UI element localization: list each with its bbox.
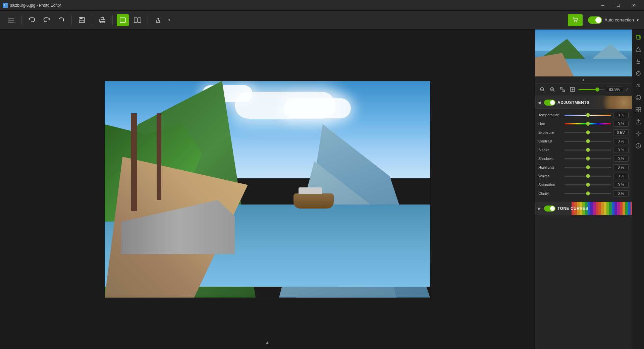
redo-button[interactable] [55, 14, 67, 26]
contrast-label: Contrast [538, 139, 562, 143]
svg-rect-7 [101, 17, 104, 19]
blacks-value[interactable]: 0 % [613, 147, 629, 153]
adjustments-toggle[interactable] [544, 100, 555, 106]
share-button[interactable] [152, 14, 164, 26]
saturation-thumb [586, 183, 590, 187]
svg-point-40 [639, 97, 639, 98]
cloud-2 [284, 98, 351, 118]
right-info-btn[interactable] [633, 141, 643, 151]
shadows-thumb [586, 157, 590, 161]
svg-point-33 [638, 61, 640, 62]
svg-rect-4 [80, 17, 83, 19]
clarity-slider[interactable] [565, 193, 611, 194]
adjustments-title: ADJUSTMENTS [557, 100, 590, 105]
svg-marker-29 [636, 47, 641, 51]
auto-correction-toggle[interactable] [588, 16, 602, 24]
view-split-button[interactable] [131, 14, 144, 26]
exposure-thumb [586, 130, 590, 134]
title-bar-left: P salzburg-6.jpg - Photo Editor [3, 3, 61, 8]
svg-rect-10 [134, 18, 137, 22]
right-clone-btn[interactable] [633, 68, 643, 78]
canvas-bottom: ▲ [265, 340, 270, 345]
right-crop-btn[interactable] [633, 32, 643, 42]
whites-slider[interactable] [565, 176, 611, 177]
svg-rect-42 [639, 107, 641, 109]
temperature-slider[interactable] [565, 115, 611, 116]
undo2-button[interactable] [41, 14, 53, 26]
window-title: salzburg-6.jpg - Photo Editor [10, 3, 61, 8]
app-icon: P [3, 3, 8, 8]
tone-curves-toggle[interactable] [544, 206, 555, 212]
exposure-slider[interactable] [565, 132, 611, 133]
exposure-row: Exposure 0 EV [538, 129, 629, 135]
tone-curves-expand-arrow[interactable]: ▶ [538, 206, 541, 211]
exposure-value[interactable]: 0 EV [613, 129, 629, 135]
thumb-sky [535, 30, 632, 51]
buy-button[interactable] [568, 14, 583, 26]
zoom-value: 83.9% [606, 86, 623, 93]
hue-slider[interactable] [565, 123, 611, 124]
whites-label: Whites [538, 174, 562, 178]
zoom-fit-btn[interactable] [558, 85, 567, 94]
print-button[interactable] [96, 14, 108, 26]
zoom-expand-btn[interactable]: ⤢ [625, 87, 629, 92]
saturation-slider[interactable] [565, 184, 611, 185]
whites-value[interactable]: 0 % [613, 173, 629, 179]
minimize-button[interactable]: ─ [595, 0, 610, 11]
view-single-button[interactable] [117, 14, 129, 26]
menu-button[interactable] [5, 14, 17, 26]
right-sparkle-btn[interactable] [633, 129, 643, 139]
save-button[interactable] [76, 14, 88, 26]
blacks-label: Blacks [538, 148, 562, 152]
svg-rect-1 [8, 20, 14, 20]
hue-thumb [586, 122, 590, 126]
separator-1 [21, 15, 22, 25]
svg-point-38 [636, 95, 641, 100]
shadows-slider[interactable] [565, 158, 611, 159]
zoom-slider[interactable] [579, 89, 604, 90]
saturation-value[interactable]: 0 % [613, 182, 629, 188]
close-button[interactable]: ✕ [626, 0, 641, 11]
auto-correction-chevron[interactable]: ▾ [637, 18, 639, 22]
svg-point-31 [637, 59, 638, 61]
zoom-out-btn[interactable] [538, 85, 546, 94]
right-grid-btn[interactable] [633, 105, 643, 115]
svg-rect-0 [8, 18, 14, 18]
blacks-slider[interactable] [565, 150, 611, 151]
svg-rect-9 [120, 18, 125, 22]
svg-rect-44 [639, 110, 641, 112]
maximize-button[interactable]: ☐ [610, 0, 626, 11]
zoom-in-btn[interactable] [548, 85, 556, 94]
fx-label: fx [636, 83, 640, 88]
hue-value[interactable]: 0 % [613, 121, 629, 127]
share-chevron-button[interactable]: ▾ [167, 14, 171, 26]
zoom-actual-btn[interactable] [569, 85, 577, 94]
whites-row: Whites 0 % [538, 173, 629, 179]
zoom-slider-thumb [595, 88, 599, 92]
temperature-value[interactable]: 0 % [613, 112, 629, 118]
highlights-value[interactable]: 0 % [613, 164, 629, 170]
adjustments-collapse-arrow[interactable]: ◀ [538, 100, 541, 105]
whites-thumb [586, 174, 590, 178]
highlights-thumb [586, 165, 590, 169]
contrast-value[interactable]: 0 % [613, 138, 629, 144]
contrast-slider[interactable] [565, 141, 611, 142]
shadows-label: Shadows [538, 157, 562, 161]
right-fx-btn[interactable]: fx [633, 80, 643, 91]
clarity-thumb [586, 191, 590, 195]
clarity-value[interactable]: 0 % [613, 190, 629, 196]
boat-cabin [299, 187, 322, 194]
clarity-label: Clarity [538, 191, 562, 195]
separator-4 [112, 15, 113, 25]
right-face-btn[interactable] [633, 93, 643, 103]
shadows-value[interactable]: 0 % [613, 156, 629, 162]
right-adjust-btn[interactable] [633, 56, 643, 66]
undo-button[interactable] [26, 14, 38, 26]
highlights-slider[interactable] [565, 167, 611, 168]
svg-point-35 [637, 63, 638, 64]
svg-line-16 [543, 91, 544, 92]
right-export-btn[interactable] [633, 117, 643, 127]
contrast-thumb [586, 139, 590, 143]
separator-3 [92, 15, 92, 25]
right-geometry-btn[interactable] [633, 44, 643, 54]
